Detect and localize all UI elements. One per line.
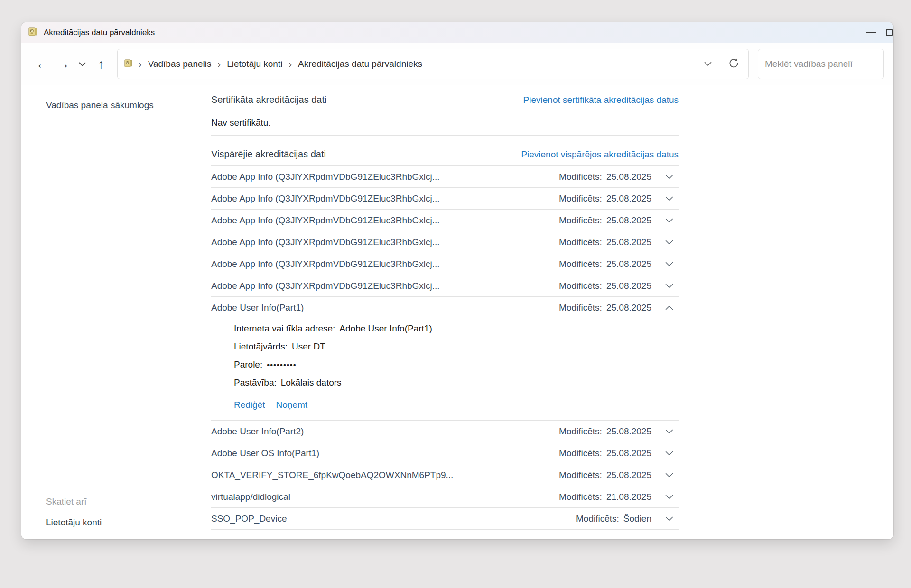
detail-address: Interneta vai tīkla adrese:Adobe User In… — [234, 323, 679, 334]
minimize-button[interactable] — [855, 22, 886, 43]
credential-row[interactable]: Adobe App Info (Q3JlYXRpdmVDbG91ZEluc3Rh… — [211, 210, 679, 231]
credential-modified: Modificēts:25.08.2025 — [559, 281, 651, 291]
generic-section-title: Vispārējie akreditācijas dati — [211, 149, 326, 160]
sidebar-item-user-accounts[interactable]: Lietotāju konti — [46, 517, 102, 528]
credential-details: Interneta vai tīkla adrese:Adobe User In… — [211, 319, 679, 421]
navigation-bar: ← → ↑ › Vadības panelis › Lietotā — [21, 43, 893, 85]
recent-locations-dropdown[interactable] — [74, 52, 91, 76]
chevron-down-icon[interactable] — [664, 175, 674, 179]
credential-name: Adobe User OS Info(Part1) — [211, 448, 559, 459]
certificate-section-title: Sertifikāta akreditācijas dati — [211, 94, 326, 105]
chevron-down-icon[interactable] — [664, 240, 674, 245]
breadcrumb-user-accounts[interactable]: Lietotāju konti — [227, 59, 282, 69]
chevron-down-icon[interactable] — [664, 495, 674, 499]
credential-row[interactable]: virtualapp/didlogical Modificēts:21.08.2… — [211, 486, 679, 508]
desktop-background: Akreditācijas datu pārvaldnieks ← → ↑ — [0, 0, 911, 588]
credential-name: Adobe User Info(Part2) — [211, 426, 559, 437]
edit-link[interactable]: Rediģēt — [234, 400, 265, 410]
detail-username: Lietotājvārds:User DT — [234, 341, 679, 352]
credential-modified: Modificēts:25.08.2025 — [559, 448, 651, 459]
credential-name: Adobe App Info (Q3JlYXRpdmVDbG91ZEluc3Rh… — [211, 215, 559, 226]
add-certificate-credential-link[interactable]: Pievienot sertifikāta akreditācijas datu… — [523, 95, 679, 105]
forward-button[interactable]: → — [53, 52, 74, 76]
credential-modified: Modificēts:25.08.2025 — [559, 426, 651, 437]
up-button[interactable]: ↑ — [91, 52, 112, 76]
breadcrumb-credential-manager[interactable]: Akreditācijas datu pārvaldnieks — [298, 59, 422, 69]
detail-persistence: Pastāvība:Lokālais dators — [234, 377, 679, 388]
chevron-down-icon[interactable] — [664, 284, 674, 288]
credential-row[interactable]: Adobe App Info (Q3JlYXRpdmVDbG91ZEluc3Rh… — [211, 166, 679, 188]
chevron-down-icon[interactable] — [664, 451, 674, 456]
add-generic-credential-link[interactable]: Pievienot vispārējos akreditācijas datus — [521, 149, 679, 160]
credential-modified: Modificēts:25.08.2025 — [559, 303, 651, 313]
credential-name: Adobe App Info (Q3JlYXRpdmVDbG91ZEluc3Rh… — [211, 281, 559, 291]
credential-modified: Modificēts:25.08.2025 — [559, 193, 651, 204]
credential-modified: Modificēts:21.08.2025 — [559, 492, 651, 502]
credential-row[interactable]: Adobe User Info(Part2) Modificēts:25.08.… — [211, 421, 679, 442]
credential-row[interactable]: OKTA_VERIFY_STORE_6fpKwQoebAQ2OWXNnM6PTp… — [211, 464, 679, 486]
chevron-down-icon[interactable] — [664, 218, 674, 223]
sidebar: Vadības paneļa sākumlogs Skatiet arī Lie… — [21, 85, 211, 539]
refresh-icon[interactable] — [728, 57, 740, 71]
chevron-up-icon[interactable] — [664, 305, 674, 310]
window-body: Vadības paneļa sākumlogs Skatiet arī Lie… — [21, 85, 893, 539]
credential-modified: Modificēts:25.08.2025 — [559, 259, 651, 269]
sidebar-item-control-panel-home[interactable]: Vadības paneļa sākumlogs — [46, 100, 154, 110]
credential-modified: Modificēts:Šodien — [576, 514, 651, 524]
credential-manager-icon — [28, 27, 37, 38]
credential-row[interactable]: Adobe App Info (Q3JlYXRpdmVDbG91ZEluc3Rh… — [211, 231, 679, 253]
search-input[interactable] — [765, 59, 877, 69]
search-box[interactable] — [758, 49, 884, 79]
credential-row[interactable]: Adobe User OS Info(Part1) Modificēts:25.… — [211, 442, 679, 464]
maximize-button[interactable] — [886, 22, 893, 43]
main-content: Sertifikāta akreditācijas dati Pievienot… — [211, 85, 679, 539]
remove-link[interactable]: Noņemt — [276, 400, 308, 410]
credential-name: Adobe App Info (Q3JlYXRpdmVDbG91ZEluc3Rh… — [211, 237, 559, 248]
credential-name: Adobe App Info (Q3JlYXRpdmVDbG91ZEluc3Rh… — [211, 259, 559, 269]
breadcrumb-control-panel[interactable]: Vadības panelis — [148, 59, 212, 69]
credential-row[interactable]: SSO_POP_Device Modificēts:Šodien — [211, 508, 679, 530]
credential-modified: Modificēts:25.08.2025 — [559, 237, 651, 248]
address-dropdown-icon[interactable] — [704, 62, 712, 66]
chevron-down-icon[interactable] — [664, 516, 674, 521]
address-bar[interactable]: › Vadības panelis › Lietotāju konti › Ak… — [117, 49, 749, 79]
certificate-section-header: Sertifikāta akreditācijas dati Pievienot… — [211, 92, 679, 111]
credential-name: Adobe User Info(Part1) — [211, 303, 559, 313]
credential-modified: Modificēts:25.08.2025 — [559, 470, 651, 480]
maximize-icon — [886, 29, 893, 36]
credential-name: virtualapp/didlogical — [211, 492, 559, 502]
minimize-icon — [866, 32, 876, 33]
credential-row-expanded[interactable]: Adobe User Info(Part1) Modificēts:25.08.… — [211, 297, 679, 319]
credential-name: OKTA_VERIFY_STORE_6fpKwQoebAQ2OWXNnM6PTp… — [211, 470, 559, 480]
credential-name: SSO_POP_Device — [211, 514, 576, 524]
credential-row[interactable]: Adobe App Info (Q3JlYXRpdmVDbG91ZEluc3Rh… — [211, 275, 679, 297]
credential-modified: Modificēts:25.08.2025 — [559, 172, 651, 182]
credential-manager-window: Akreditācijas datu pārvaldnieks ← → ↑ — [21, 22, 893, 539]
credential-row[interactable]: Adobe App Info (Q3JlYXRpdmVDbG91ZEluc3Rh… — [211, 253, 679, 275]
generic-section-header: Vispārējie akreditācijas dati Pievienot … — [211, 146, 679, 166]
back-button[interactable]: ← — [32, 52, 53, 76]
see-also-heading: Skatiet arī — [46, 496, 102, 507]
location-icon — [124, 59, 132, 70]
credential-name: Adobe App Info (Q3JlYXRpdmVDbG91ZEluc3Rh… — [211, 193, 559, 204]
no-certificates-text: Nav sertifikātu. — [211, 111, 679, 136]
chevron-down-icon[interactable] — [664, 429, 674, 434]
chevron-down-icon[interactable] — [664, 473, 674, 478]
titlebar: Akreditācijas datu pārvaldnieks — [21, 22, 893, 43]
breadcrumb-separator-icon: › — [217, 59, 221, 70]
breadcrumb-separator-icon: › — [288, 59, 292, 70]
chevron-down-icon[interactable] — [664, 262, 674, 266]
chevron-down-icon[interactable] — [664, 196, 674, 201]
credential-modified: Modificēts:25.08.2025 — [559, 215, 651, 226]
credential-row[interactable]: Adobe App Info (Q3JlYXRpdmVDbG91ZEluc3Rh… — [211, 188, 679, 210]
credential-name: Adobe App Info (Q3JlYXRpdmVDbG91ZEluc3Rh… — [211, 172, 559, 182]
breadcrumb-separator-icon: › — [139, 59, 142, 70]
detail-password: Parole:••••••••• — [234, 359, 679, 370]
window-title: Akreditācijas datu pārvaldnieks — [44, 28, 155, 37]
